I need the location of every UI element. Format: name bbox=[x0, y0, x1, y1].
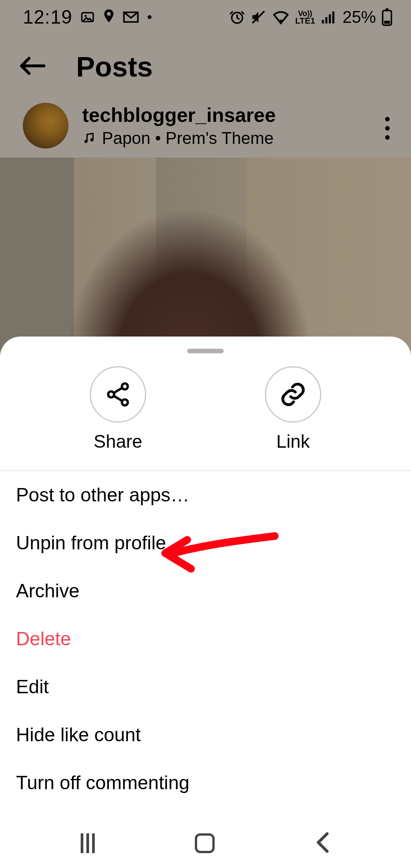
sheet-actions-row: Share Link bbox=[0, 361, 411, 470]
nav-back-button[interactable] bbox=[315, 832, 331, 854]
menu-post-to-other-apps[interactable]: Post to other apps… bbox=[0, 471, 411, 519]
svg-line-19 bbox=[114, 396, 122, 401]
options-bottom-sheet: Share Link Post to other apps… Unpin fro… bbox=[0, 337, 411, 868]
android-nav-bar bbox=[0, 819, 411, 868]
sheet-drag-handle[interactable] bbox=[187, 349, 224, 353]
share-label: Share bbox=[94, 431, 142, 452]
share-action[interactable]: Share bbox=[90, 366, 146, 452]
svg-point-15 bbox=[122, 383, 128, 389]
sheet-menu-list: Post to other apps… Unpin from profile A… bbox=[0, 471, 411, 807]
share-icon bbox=[104, 381, 132, 408]
nav-home-button[interactable] bbox=[195, 833, 215, 853]
menu-turn-off-commenting[interactable]: Turn off commenting bbox=[0, 759, 411, 807]
menu-edit[interactable]: Edit bbox=[0, 663, 411, 711]
link-icon bbox=[279, 381, 307, 408]
menu-unpin-from-profile[interactable]: Unpin from profile bbox=[0, 519, 411, 567]
svg-line-18 bbox=[114, 388, 122, 393]
chevron-left-icon bbox=[315, 832, 331, 853]
svg-point-17 bbox=[122, 399, 128, 405]
svg-point-16 bbox=[108, 391, 114, 397]
link-label: Link bbox=[276, 431, 310, 452]
menu-delete[interactable]: Delete bbox=[0, 615, 411, 663]
menu-hide-like-count[interactable]: Hide like count bbox=[0, 711, 411, 759]
link-action[interactable]: Link bbox=[265, 366, 321, 452]
menu-archive[interactable]: Archive bbox=[0, 567, 411, 615]
nav-recents-button[interactable] bbox=[81, 833, 95, 853]
